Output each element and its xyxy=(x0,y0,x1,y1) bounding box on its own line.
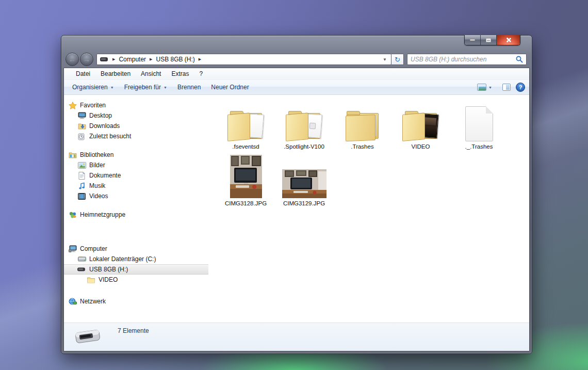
views-button[interactable]: ▼ xyxy=(472,82,497,93)
title-bar[interactable] xyxy=(61,36,532,52)
file-item-spotlight-v100[interactable]: .Spotlight-V100 xyxy=(275,101,333,158)
music-note-icon xyxy=(77,182,86,190)
sidebar-item-usb-8gb[interactable]: USB 8GB (H:) xyxy=(64,264,208,275)
sidebar-item-lokaler-datentraeger-c[interactable]: Lokaler Datenträger (C:) xyxy=(64,254,208,264)
homegroup-icon xyxy=(68,211,77,219)
search-input[interactable] xyxy=(411,56,514,63)
sidebar-label: Heimnetzgruppe xyxy=(80,211,125,218)
chevron-down-icon: ▼ xyxy=(164,86,167,89)
file-name: VIDEO xyxy=(412,143,430,150)
refresh-icon: ↻ xyxy=(395,56,400,63)
sidebar-item-downloads[interactable]: Downloads xyxy=(64,121,208,131)
folder-with-media-icon xyxy=(402,111,439,141)
menu-ansicht[interactable]: Ansicht xyxy=(136,69,166,78)
sidebar-item-heimnetzgruppe[interactable]: Heimnetzgruppe xyxy=(64,210,208,220)
status-bar: 7 Elemente xyxy=(64,323,529,351)
minimize-icon xyxy=(470,39,475,41)
sidebar-item-video-folder[interactable]: VIDEO xyxy=(64,275,208,285)
file-item-dot-trashes[interactable]: ._.Trashes xyxy=(450,101,508,158)
desktop-wallpaper: ← → ▶ Computer ▶ USB 8GB (H:) ▶ ▼ ↻ xyxy=(0,0,588,370)
file-item-video[interactable]: VIDEO xyxy=(391,101,450,158)
usb-drive-icon xyxy=(77,265,86,274)
menu-help[interactable]: ? xyxy=(194,69,207,78)
sidebar-label: Dokumente xyxy=(89,172,121,179)
burn-label: Brennen xyxy=(177,84,201,91)
folder-icon xyxy=(87,276,95,284)
share-label: Freigeben für xyxy=(124,84,161,91)
breadcrumb-separator: ▶ xyxy=(150,57,152,61)
sidebar-item-musik[interactable]: Musik xyxy=(64,181,208,191)
close-button[interactable] xyxy=(497,35,520,45)
maximize-icon xyxy=(486,38,491,42)
sidebar-item-favoriten[interactable]: Favoriten xyxy=(64,100,208,110)
menu-bar: Datei Bearbeiten Ansicht Extras ? xyxy=(64,68,529,80)
menu-bearbeiten[interactable]: Bearbeiten xyxy=(96,69,135,78)
computer-icon xyxy=(68,245,77,253)
help-icon: ? xyxy=(519,84,522,90)
back-icon: ← xyxy=(69,55,76,63)
preview-pane-icon[interactable] xyxy=(502,84,511,91)
minimize-button[interactable] xyxy=(465,35,481,45)
breadcrumb-separator: ▶ xyxy=(112,57,115,61)
search-box[interactable] xyxy=(407,54,527,65)
file-item-trashes[interactable]: .Trashes xyxy=(333,101,391,158)
sidebar-item-bibliotheken[interactable]: Bibliotheken xyxy=(64,150,208,160)
forward-button[interactable]: → xyxy=(80,53,93,66)
file-item-fseventsd[interactable]: .fseventsd xyxy=(217,101,275,158)
share-button[interactable]: Freigeben für▼ xyxy=(119,82,172,93)
chevron-down-icon: ▼ xyxy=(110,86,114,89)
recent-places-icon xyxy=(77,132,86,140)
navigation-pane: Favoriten Desktop Downloads Zuletzt besu… xyxy=(64,95,208,323)
help-button[interactable]: ? xyxy=(516,83,525,92)
menu-extras[interactable]: Extras xyxy=(167,69,193,78)
address-dropdown-icon[interactable]: ▼ xyxy=(380,57,390,62)
sidebar-item-desktop[interactable]: Desktop xyxy=(64,110,208,121)
views-icon xyxy=(477,84,486,91)
redacted-label-area xyxy=(64,220,208,244)
organize-button[interactable]: Organisieren▼ xyxy=(67,82,119,93)
file-name: ._.Trashes xyxy=(465,143,493,150)
file-item-cimg3129[interactable]: CIMG3129.JPG xyxy=(275,158,333,215)
breadcrumb-separator: ▶ xyxy=(199,57,201,61)
address-bar[interactable]: ▶ Computer ▶ USB 8GB (H:) ▶ ▼ xyxy=(96,54,391,65)
pictures-icon xyxy=(77,161,86,169)
command-bar: Organisieren▼ Freigeben für▼ Brennen Neu… xyxy=(64,80,529,95)
sidebar-label: Videos xyxy=(89,192,108,200)
folder-icon xyxy=(344,111,381,141)
new-folder-label: Neuer Ordner xyxy=(211,84,249,91)
burn-button[interactable]: Brennen xyxy=(172,82,206,93)
maximize-button[interactable] xyxy=(481,35,497,45)
sidebar-item-computer[interactable]: Computer xyxy=(64,244,208,254)
back-button[interactable]: ← xyxy=(66,53,79,66)
menu-datei[interactable]: Datei xyxy=(71,69,95,78)
file-name: .fseventsd xyxy=(232,143,259,150)
folder-with-page-icon xyxy=(286,111,323,141)
sidebar-label: Desktop xyxy=(89,112,112,119)
refresh-button[interactable]: ↻ xyxy=(391,54,404,65)
folder-with-pages-icon xyxy=(227,111,265,141)
file-name: CIMG3129.JPG xyxy=(283,200,325,207)
sidebar-label: Lokaler Datenträger (C:) xyxy=(89,255,156,263)
documents-icon xyxy=(77,171,86,180)
file-name: .Spotlight-V100 xyxy=(284,143,324,150)
sidebar-item-videos[interactable]: Videos xyxy=(64,191,208,201)
file-item-cimg3128[interactable]: CIMG3128.JPG xyxy=(217,158,275,215)
search-icon xyxy=(516,56,523,63)
usb-drive-large-icon xyxy=(74,327,101,347)
chevron-down-icon: ▼ xyxy=(488,86,492,89)
navigation-bar: ← → ▶ Computer ▶ USB 8GB (H:) ▶ ▼ ↻ xyxy=(61,52,532,68)
new-folder-button[interactable]: Neuer Ordner xyxy=(206,82,254,93)
sidebar-item-netzwerk[interactable]: Netzwerk xyxy=(64,296,208,307)
caption-buttons xyxy=(464,35,520,45)
file-name: CIMG3128.JPG xyxy=(225,200,267,207)
explorer-window: ← → ▶ Computer ▶ USB 8GB (H:) ▶ ▼ ↻ xyxy=(61,35,532,354)
file-name: .Trashes xyxy=(351,143,373,150)
breadcrumb-computer[interactable]: Computer xyxy=(119,56,146,63)
organize-label: Organisieren xyxy=(72,84,108,91)
sidebar-item-zuletzt-besucht[interactable]: Zuletzt besucht xyxy=(64,131,208,141)
sidebar-item-dokumente[interactable]: Dokumente xyxy=(64,170,208,181)
star-icon xyxy=(68,101,77,109)
sidebar-item-bilder[interactable]: Bilder xyxy=(64,160,208,170)
hard-disk-icon xyxy=(77,255,86,263)
breadcrumb-usb-drive[interactable]: USB 8GB (H:) xyxy=(156,56,194,63)
